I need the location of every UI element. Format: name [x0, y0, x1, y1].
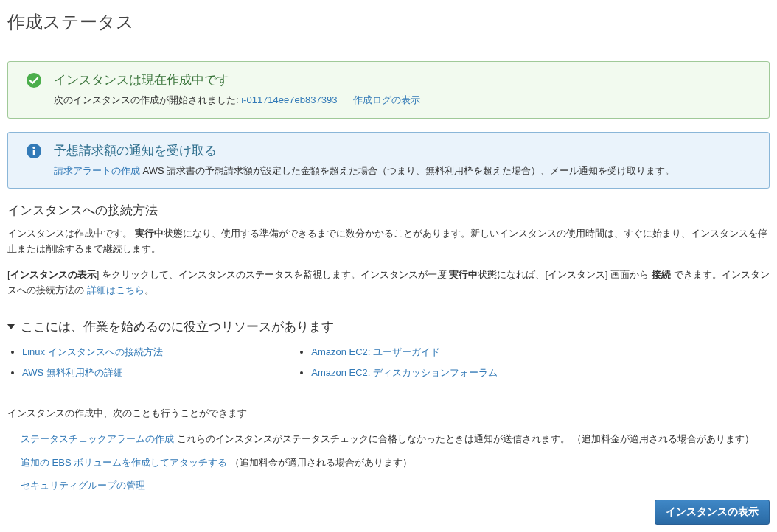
page-title: 作成ステータス [7, 7, 770, 46]
check-circle-icon [26, 72, 42, 88]
connect-details-link[interactable]: 詳細はこちら [87, 284, 144, 295]
view-instances-button[interactable]: インスタンスの表示 [655, 500, 770, 525]
p2-bold2: 実行中 [449, 269, 478, 280]
alert-billing-title: 予想請求額の通知を受け取る [54, 143, 757, 159]
action-item: セキュリティグループの管理 [21, 478, 770, 493]
ec2-forum-link[interactable]: Amazon EC2: ディスカッションフォーラム [311, 367, 498, 378]
resource-columns: Linux インスタンスへの接続方法 AWS 無料利用枠の詳細 Amazon E… [7, 343, 770, 387]
free-tier-link[interactable]: AWS 無料利用枠の詳細 [22, 367, 123, 378]
svg-point-3 [32, 146, 35, 148]
p1-a: インスタンスは作成中です。 [7, 228, 135, 239]
alert-launching-prefix: 次のインスタンスの作成が開始されました: [54, 94, 241, 105]
alert-billing: 予想請求額の通知を受け取る 請求アラートの作成 AWS 請求書の予想請求額が設定… [7, 132, 770, 189]
alert-launching-title: インスタンスは現在作成中です [54, 72, 757, 88]
p2-b: ] をクリックして、インスタンスのステータスを監視します。インスタンスが一度 [97, 269, 450, 280]
action-item-text: これらのインスタンスがステータスチェックに合格しなかったときは通知が送信されます… [174, 433, 754, 444]
alert-launching: インスタンスは現在作成中です 次のインスタンスの作成が開始されました: i-01… [7, 61, 770, 119]
list-item: AWS 無料利用枠の詳細 [22, 366, 282, 379]
instance-id-link[interactable]: i-011714ee7eb837393 [241, 94, 337, 105]
list-item: Linux インスタンスへの接続方法 [22, 346, 282, 359]
create-ebs-volume-link[interactable]: 追加の EBS ボリュームを作成してアタッチする [21, 457, 227, 468]
ec2-user-guide-link[interactable]: Amazon EC2: ユーザーガイド [311, 346, 440, 357]
p2-c: 状態になれば、[インスタンス] 画面から [478, 269, 651, 280]
resources-heading[interactable]: ここには、作業を始めるのに役立つリソースがあります [7, 318, 770, 335]
connect-paragraph-1: インスタンスは作成中です。 実行中状態になり、使用する準備ができるまでに数分かか… [7, 226, 770, 257]
resource-col-left: Linux インスタンスへの接続方法 AWS 無料利用枠の詳細 [7, 343, 282, 387]
svg-rect-2 [33, 150, 35, 155]
p1-bold: 実行中 [135, 228, 164, 239]
alert-billing-text: 請求アラートの作成 AWS 請求書の予想請求額が設定した金額を超えた場合（つまり… [54, 164, 757, 178]
list-item: Amazon EC2: ディスカッションフォーラム [311, 366, 571, 379]
list-item: Amazon EC2: ユーザーガイド [311, 346, 571, 359]
additional-action-list: ステータスチェックアラームの作成 これらのインスタンスがステータスチェックに合格… [21, 432, 770, 493]
caret-down-icon [7, 324, 15, 329]
p2-bold1: インスタンスの表示 [10, 269, 97, 280]
footer-bar: インスタンスの表示 [655, 500, 770, 525]
linux-connect-link[interactable]: Linux インスタンスへの接続方法 [22, 346, 163, 357]
create-billing-alert-link[interactable]: 請求アラートの作成 [54, 165, 140, 176]
resources-heading-text: ここには、作業を始めるのに役立つリソースがあります [21, 318, 334, 335]
p2-e: 。 [144, 284, 154, 295]
connect-heading: インスタンスへの接続方法 [7, 202, 770, 219]
alert-launching-text: 次のインスタンスの作成が開始されました: i-011714ee7eb837393… [54, 93, 757, 108]
additional-intro: インスタンスの作成中、次のことも行うことができます [7, 406, 770, 421]
action-item: ステータスチェックアラームの作成 これらのインスタンスがステータスチェックに合格… [21, 432, 770, 447]
resource-col-right: Amazon EC2: ユーザーガイド Amazon EC2: ディスカッション… [296, 343, 571, 387]
create-status-alarm-link[interactable]: ステータスチェックアラームの作成 [21, 433, 174, 444]
p2-bold3: 接続 [652, 269, 671, 280]
action-item-text: （追加料金が適用される場合があります） [227, 457, 412, 468]
svg-point-0 [27, 73, 41, 88]
action-item: 追加の EBS ボリュームを作成してアタッチする （追加料金が適用される場合があ… [21, 455, 770, 470]
alert-billing-body: AWS 請求書の予想請求額が設定した金額を超えた場合（つまり、無料利用枠を超えた… [140, 165, 675, 176]
manage-security-groups-link[interactable]: セキュリティグループの管理 [21, 480, 145, 491]
info-circle-icon [26, 143, 42, 159]
view-launch-log-link[interactable]: 作成ログの表示 [353, 94, 420, 105]
connect-paragraph-2: [インスタンスの表示] をクリックして、インスタンスのステータスを監視します。イ… [7, 267, 770, 298]
